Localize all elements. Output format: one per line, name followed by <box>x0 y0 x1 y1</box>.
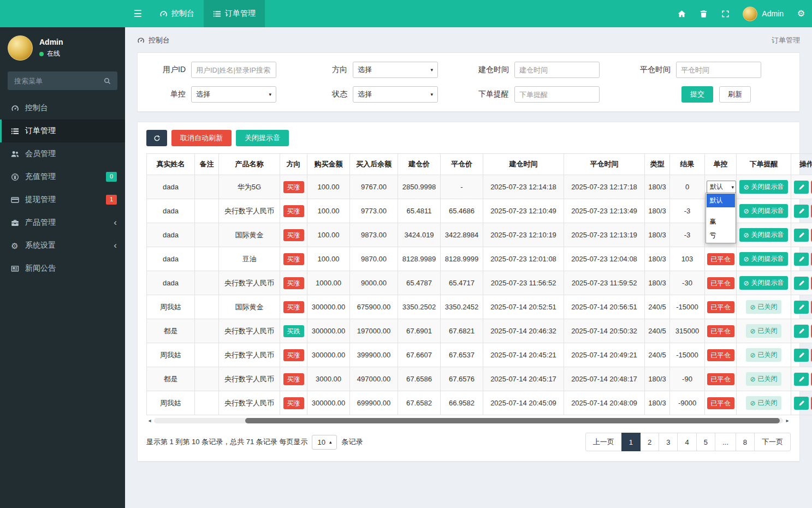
sidebar-item-withdraw[interactable]: 提现管理1 <box>0 188 125 211</box>
home-button[interactable] <box>671 0 692 27</box>
remind-closed-button[interactable]: ⊘已关闭 <box>746 348 781 362</box>
user-menu[interactable]: Admin <box>736 0 790 27</box>
direction-badge: 买涨 <box>283 349 304 361</box>
cell-close-time: 2025-07-14 20:50:32 <box>564 319 645 343</box>
status-select[interactable]: 选择 ▾ <box>353 86 438 103</box>
user-id-input[interactable] <box>191 62 276 78</box>
control-filter-select[interactable]: 选择 ▾ <box>191 86 276 103</box>
edit-button[interactable] <box>794 301 809 314</box>
sidebar-item-dashboard[interactable]: 控制台 <box>0 97 125 119</box>
control-status-badge: 已平仓 <box>707 397 734 409</box>
cell-open-price: 3350.2502 <box>398 295 441 319</box>
control-select[interactable]: 默认▾ <box>707 181 736 193</box>
cell-open-time: 2025-07-23 11:56:52 <box>483 271 564 295</box>
close-sound-button[interactable]: ⊘关闭提示音 <box>739 276 787 290</box>
scrollbar-thumb[interactable] <box>245 418 780 423</box>
navbar-right: Admin ⚙ <box>671 0 812 27</box>
dropdown-option-0[interactable]: 默认 <box>707 194 735 207</box>
edit-button[interactable] <box>794 205 809 218</box>
close-sound-button[interactable]: ⊘关闭提示音 <box>739 252 787 266</box>
direction-select[interactable]: 选择 ▾ <box>353 62 438 78</box>
open-time-input[interactable] <box>514 62 600 78</box>
menu-search-button[interactable] <box>99 73 115 88</box>
column-header: 平仓价 <box>441 154 483 175</box>
settings-button[interactable]: ⚙ <box>790 0 812 27</box>
edit-button[interactable] <box>794 277 809 290</box>
cell-balance: 399900.00 <box>350 343 398 367</box>
cell-remind: ⊘关闭提示音 <box>737 247 791 271</box>
cell-balance: 9870.00 <box>350 247 398 271</box>
page-button-4[interactable]: 4 <box>677 433 696 451</box>
page-button-2[interactable]: 2 <box>640 433 659 451</box>
horizontal-scrollbar: ◂ ▸ <box>146 417 791 424</box>
cell-open-time: 2025-07-23 12:14:18 <box>483 175 564 199</box>
clear-cache-button[interactable] <box>692 0 714 27</box>
sidebar-item-settings[interactable]: ⚙系统设置‹ <box>0 234 125 257</box>
cell-result: 0 <box>670 175 705 199</box>
edit-button[interactable] <box>794 397 809 410</box>
sidebar-toggle-button[interactable]: ☰ <box>125 0 150 27</box>
sidebar-item-news[interactable]: 新闻公告 <box>0 257 125 280</box>
dropdown-option-2[interactable]: 亏 <box>707 229 735 242</box>
cell-close-price: 67.6537 <box>441 343 483 367</box>
page-button-上一页[interactable]: 上一页 <box>585 433 622 451</box>
nav-item-dashboard[interactable]: 控制台 <box>150 0 204 27</box>
news-icon <box>8 265 21 273</box>
page-button-下一页[interactable]: 下一页 <box>754 433 791 451</box>
mute-icon: ⊘ <box>743 256 749 262</box>
page-size-select[interactable]: 10 ▴ <box>312 435 337 450</box>
remind-closed-button[interactable]: ⊘已关闭 <box>746 372 781 386</box>
direction-badge: 买涨 <box>283 253 304 265</box>
edit-button[interactable] <box>794 325 809 338</box>
cell-close-time: 2025-07-23 12:17:18 <box>564 175 645 199</box>
nav-item-orders[interactable]: 订单管理 <box>204 0 265 27</box>
page-button-8[interactable]: 8 <box>736 433 755 451</box>
scroll-left-arrow[interactable]: ◂ <box>146 418 153 423</box>
sidebar-item-products[interactable]: 产品管理‹ <box>0 211 125 234</box>
sidebar-item-recharge[interactable]: 充值管理0 <box>0 165 125 188</box>
close-sound-button[interactable]: ⊘关闭提示音 <box>739 180 787 194</box>
cell-remind: ⊘关闭提示音 <box>737 271 791 295</box>
remind-closed-button[interactable]: ⊘已关闭 <box>746 324 781 338</box>
page-button-1[interactable]: 1 <box>621 433 641 451</box>
dropdown-option-1[interactable]: 赢 <box>707 215 735 229</box>
close-sound-button[interactable]: ⊘关闭提示音 <box>739 228 787 242</box>
close-time-input[interactable] <box>676 62 761 78</box>
sidebar-item-label: 订单管理 <box>25 126 56 136</box>
control-status-badge: 已平仓 <box>707 277 734 289</box>
edit-button[interactable] <box>794 229 809 242</box>
page-button-3[interactable]: 3 <box>659 433 678 451</box>
edit-button[interactable] <box>794 181 809 194</box>
cell-open-price: 67.6901 <box>398 319 441 343</box>
direction-badge: 买涨 <box>283 205 304 217</box>
direction-badge: 买涨 <box>283 181 304 193</box>
cell-operations <box>791 271 812 295</box>
refresh-button[interactable]: 刷新 <box>719 86 751 103</box>
reload-button[interactable] <box>146 130 167 146</box>
menu-search-input[interactable] <box>14 77 99 85</box>
cell-product: 央行数字人民币 <box>219 319 280 343</box>
scrollbar-track[interactable] <box>154 418 783 423</box>
remind-closed-button[interactable]: ⊘已关闭 <box>746 300 781 314</box>
sidebar-item-members[interactable]: 会员管理 <box>0 142 125 165</box>
control-filter-value: 选择 <box>196 89 210 99</box>
sidebar-item-orders[interactable]: 订单管理 <box>0 119 125 142</box>
remind-input[interactable] <box>514 86 600 103</box>
scroll-right-arrow[interactable]: ▸ <box>784 418 791 423</box>
cell-operations <box>791 343 812 367</box>
close-sound-button[interactable]: ⊘关闭提示音 <box>739 204 787 218</box>
fullscreen-button[interactable] <box>714 0 736 27</box>
remind-closed-button[interactable]: ⊘已关闭 <box>746 396 781 410</box>
submit-button[interactable]: 提交 <box>681 86 713 103</box>
edit-button[interactable] <box>794 253 809 266</box>
page-button-5[interactable]: 5 <box>696 433 715 451</box>
column-header: 建仓时间 <box>483 154 564 175</box>
table-row: 都是央行数字人民币买涨3000.00497000.0067.658667.657… <box>147 367 812 391</box>
edit-button[interactable] <box>794 349 809 362</box>
cancel-auto-refresh-button[interactable]: 取消自动刷新 <box>171 130 232 146</box>
edit-button[interactable] <box>794 373 809 386</box>
page-button-...[interactable]: ... <box>715 433 736 451</box>
close-sound-toolbar-button[interactable]: 关闭提示音 <box>236 130 289 146</box>
breadcrumb-left[interactable]: 控制台 <box>137 35 170 45</box>
cell-product: 华为5G <box>219 175 280 199</box>
